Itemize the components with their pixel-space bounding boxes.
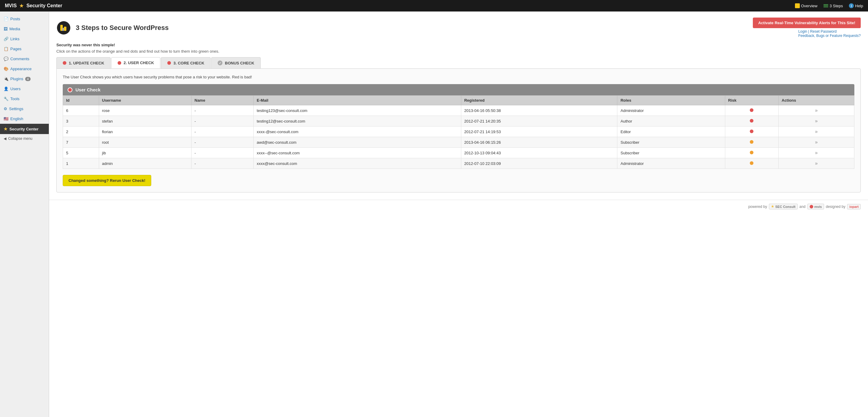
cell-actions[interactable]: » <box>779 137 855 148</box>
rerun-button[interactable]: Changed something? Rerun User Check! <box>63 175 151 186</box>
svg-rect-2 <box>64 27 66 31</box>
cell-id: 1 <box>63 158 99 169</box>
header-links: Login | Reset Password Feedback, Bugs or… <box>798 29 861 38</box>
cell-actions[interactable]: » <box>779 105 855 116</box>
main-content: 3 Steps to Secure WordPress Activate Rea… <box>49 11 868 417</box>
sidebar-item-english[interactable]: 🇺🇸 English <box>0 114 49 124</box>
plugins-badge: 4 <box>25 77 31 81</box>
help-nav-link[interactable]: i Help <box>849 3 863 8</box>
links-icon: 🔗 <box>4 37 8 41</box>
cell-username: rose <box>99 105 191 116</box>
actions-arrow[interactable]: » <box>815 161 818 166</box>
cell-registered: 2012-07-10 22:03:09 <box>461 158 617 169</box>
tab-user-check[interactable]: 2. USER CHECK <box>111 57 160 68</box>
sidebar-item-settings[interactable]: ⚙ Settings <box>0 104 49 114</box>
cell-roles: Subscriber <box>617 137 725 148</box>
settings-icon: ⚙ <box>4 106 7 111</box>
user-check-header: User Check <box>63 84 855 95</box>
activate-button[interactable]: Activate Real-Time Vulnerability Alerts … <box>753 18 861 28</box>
security-message: Security was never this simple! Click on… <box>49 43 868 57</box>
col-name: Name <box>191 96 253 105</box>
actions-arrow[interactable]: » <box>815 139 818 145</box>
feedback-link[interactable]: Feedback, Bugs or Feature Requests? <box>798 34 861 38</box>
overview-nav-link[interactable]: Overview <box>795 3 817 8</box>
sidebar-item-comments[interactable]: 💬 Comments <box>0 54 49 64</box>
cell-actions[interactable]: » <box>779 158 855 169</box>
col-actions: Actions <box>779 96 855 105</box>
sidebar-item-posts[interactable]: 📄 Posts <box>0 14 49 24</box>
risk-dot <box>750 108 753 112</box>
risk-dot <box>750 119 753 123</box>
col-id: Id <box>63 96 99 105</box>
cell-registered: 2013-04-16 06:15:26 <box>461 137 617 148</box>
sidebar-item-links[interactable]: 🔗 Links <box>0 34 49 44</box>
login-link[interactable]: Login <box>798 29 807 34</box>
content-description: The User Check shows you which users hav… <box>63 75 855 79</box>
user-table: Id Username Name E-Mail Registered Roles… <box>63 95 855 169</box>
cell-risk <box>725 127 778 137</box>
table-row: 6 rose - testing123@sec-consult.com 2013… <box>63 105 855 116</box>
plugins-icon: 🔌 <box>4 76 8 81</box>
clipboard-icon <box>795 3 800 8</box>
actions-arrow[interactable]: » <box>815 150 818 155</box>
footer-and: and <box>800 205 806 209</box>
cell-username: stefan <box>99 116 191 127</box>
3steps-nav-link[interactable]: 3 Steps <box>824 3 843 8</box>
update-check-dot <box>63 61 66 65</box>
reset-password-link[interactable]: Reset Password <box>810 29 836 34</box>
sidebar-item-appearance[interactable]: 🎨 Appearance <box>0 64 49 74</box>
col-roles: Roles <box>617 96 725 105</box>
risk-dot <box>750 151 753 154</box>
bars-icon <box>824 3 828 8</box>
cell-email: awd@sec-consult.com <box>254 137 461 148</box>
cell-roles: Editor <box>617 127 725 137</box>
actions-arrow[interactable]: » <box>815 129 818 134</box>
tab-core-check[interactable]: 3. CORE CHECK <box>161 57 211 68</box>
rerun-section: Changed something? Rerun User Check! <box>63 175 855 186</box>
col-username: Username <box>99 96 191 105</box>
users-icon: 👤 <box>4 86 8 91</box>
content-panel: The User Check shows you which users hav… <box>56 68 861 193</box>
sidebar-item-tools[interactable]: 🔧 Tools <box>0 94 49 104</box>
cell-username: admin <box>99 158 191 169</box>
actions-arrow[interactable]: » <box>815 118 818 124</box>
table-row: 2 florian - xxxx-@sec-consult.com 2012-0… <box>63 127 855 137</box>
cell-risk <box>725 148 778 158</box>
user-check-title: User Check <box>75 87 101 92</box>
sidebar-item-pages[interactable]: 📋 Pages <box>0 44 49 54</box>
user-check-header-dot <box>68 88 72 92</box>
table-row: 3 stefan - testing12@sec-consult.com 201… <box>63 116 855 127</box>
risk-dot <box>750 161 753 165</box>
top-bar-title: MVIS <box>5 3 17 8</box>
tab-bonus-check[interactable]: ✓ BONUS CHECK <box>211 57 261 68</box>
collapse-menu[interactable]: ◀ Collapse menu <box>0 134 49 143</box>
cell-username: florian <box>99 127 191 137</box>
media-icon: 🖼 <box>4 27 7 31</box>
sidebar-item-media[interactable]: 🖼 Media <box>0 24 49 34</box>
risk-dot <box>750 140 753 144</box>
tab-update-check[interactable]: 1. UPDATE CHECK <box>56 57 111 68</box>
sidebar-item-plugins[interactable]: 🔌 Plugins 4 <box>0 74 49 84</box>
page-header-actions: Activate Real-Time Vulnerability Alerts … <box>753 18 861 38</box>
risk-dot <box>750 130 753 133</box>
sidebar-item-security-center[interactable]: ★ Security Center <box>0 124 49 134</box>
cell-actions[interactable]: » <box>779 148 855 158</box>
cell-actions[interactable]: » <box>779 116 855 127</box>
cell-actions[interactable]: » <box>779 127 855 137</box>
actions-arrow[interactable]: » <box>815 108 818 113</box>
footer: powered by ★ SEC Consult and ⬤ mvis desi… <box>49 200 868 213</box>
table-row: 5 jib - xxxx--@sec-consult.com 2012-10-1… <box>63 148 855 158</box>
core-check-dot <box>167 61 171 65</box>
main-layout: 📄 Posts 🖼 Media 🔗 Links 📋 Pages 💬 Commen… <box>0 11 868 417</box>
page-title: 3 Steps to Secure WordPress <box>76 24 169 32</box>
page-header: 3 Steps to Secure WordPress Activate Rea… <box>49 11 868 43</box>
cell-risk <box>725 137 778 148</box>
tools-icon: 🔧 <box>4 97 8 101</box>
star-icon: ★ <box>4 127 7 131</box>
cell-risk <box>725 116 778 127</box>
cell-email: xxxx-@sec-consult.com <box>254 127 461 137</box>
cell-name: - <box>191 105 253 116</box>
sidebar-item-users[interactable]: 👤 Users <box>0 84 49 94</box>
cell-name: - <box>191 127 253 137</box>
cell-roles: Administrator <box>617 105 725 116</box>
